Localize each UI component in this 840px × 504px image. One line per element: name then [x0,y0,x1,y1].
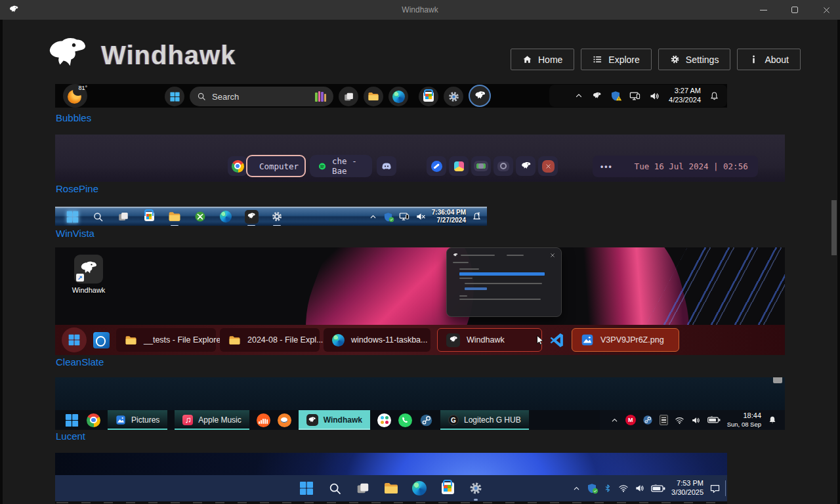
close-button[interactable] [822,5,831,14]
mod-link-winvista[interactable]: WinVista [56,228,94,239]
photos-icon [581,333,594,346]
spotify-now-playing: che - Bae [310,155,372,177]
windhawk-icon [469,85,491,107]
mod-link-cleanslate[interactable]: CleanSlate [56,356,104,368]
desktop-shortcut-windhawk: ↗ Windhawk [66,255,112,294]
window-title: Windhawk [0,5,840,14]
speaker-icon [691,415,701,425]
discord-icon [377,156,396,176]
store-icon [419,87,438,106]
maximize-button[interactable] [790,5,799,14]
desktop-wallpaper: ↗ Windhawk [55,247,785,325]
blender-icon [278,413,291,427]
tray-clock: 3:27 AM 4/23/2024 [669,87,701,105]
music-icon [182,415,193,425]
gear-icon [670,54,680,64]
color-picker-icon [449,156,469,176]
bluetooth-icon [603,484,612,493]
overflow-dots-icon: ••• [600,162,613,171]
task-view-icon [354,480,371,497]
books-icon [315,91,326,102]
speaker-icon [635,483,645,494]
chevron-up-icon [574,91,583,100]
preview-lucent[interactable]: Pictures Apple Music Windhawk GLogitech … [55,377,785,430]
task-button-pictures: Pictures [108,410,167,430]
task-button-file-explorer: __tests - File Explorer [116,328,216,352]
edge-icon [388,87,408,106]
taskbar: 7:53 PM 3/30/2025 [55,475,727,501]
speaker-mute-icon [415,211,426,222]
bell-icon [709,91,719,101]
preview-winvista[interactable]: 7:36:04 PM 7/27/2024 [55,207,487,226]
system-tray: M 18:44 Sun, 08 Sep [600,410,785,430]
chevron-up-icon [572,484,581,493]
search-placeholder: Search [212,92,239,102]
preview-bubbles[interactable]: 81° Search 3:27 AM 4/23/20 [55,84,727,108]
wifi-icon [675,415,684,425]
logitech-g-icon: G [448,415,459,425]
tray-clock: 7:53 PM 3/30/2025 [671,479,704,497]
battery-icon [651,484,665,493]
windhawk-thumbnail-window [446,247,562,317]
preview-win11[interactable]: 7:53 PM 3/30/2025 [55,453,727,504]
whatsapp-icon [398,413,412,427]
wifi-icon [618,483,629,494]
taskbar: __tests - File Explorer 2024-08 - File E… [55,325,785,355]
edge-icon [218,209,234,224]
security-shield-icon [610,91,621,101]
task-button-apple-music: Apple Music [175,410,249,430]
preview-rosepine[interactable]: Computer che - Bae ••• Tue 16 Jul 2024 |… [55,135,785,182]
weather-temp: 81° [78,85,87,91]
edge-icon [332,334,345,346]
close-icon [822,6,831,14]
minimize-button[interactable] [759,5,768,14]
start-button [298,480,315,497]
task-button-windhawk: Windhawk [437,328,542,352]
edge-icon [411,480,428,497]
tray-clock: 18:44 Sun, 08 Sep [727,411,761,429]
tray-clock: Tue 16 Jul 2024 | 02:56 [635,161,748,171]
task-button-image: V3PV9JPr6Z.png [572,328,679,352]
steam-tray-icon [642,415,653,425]
start-button [64,413,79,428]
bell-snooze-icon [472,212,482,222]
preview-cleanslate[interactable]: ↗ Windhawk [55,247,785,355]
windhawk-tray-icon [592,91,602,101]
search-box: Search [190,87,333,106]
nav-explore-button[interactable]: Explore [581,49,651,70]
windhawk-logo [41,33,93,79]
minimize-icon [760,10,767,10]
windhawk-icon [306,414,318,426]
scrollbar-thumb[interactable] [831,200,837,255]
defender-x-icon [538,156,558,176]
shortcut-arrow-icon: ↗ [76,274,84,282]
mod-link-bubbles[interactable]: Bubbles [56,112,91,123]
desktop-wallpaper [55,377,785,410]
scrollbar-track[interactable] [831,20,837,504]
epic-games-icon [660,415,668,425]
mod-link-lucent[interactable]: Lucent [56,430,85,442]
info-icon [749,54,759,64]
speaker-icon [649,91,660,102]
photos-icon [116,415,126,425]
file-explorer-icon [383,480,400,497]
mod-link-rosepine[interactable]: RosePine [56,183,98,194]
computer-button: Computer [246,155,306,177]
windhawk-icon [446,333,460,347]
security-shield-icon [587,483,597,494]
nav-about-button[interactable]: About [737,49,801,70]
settings-gear-icon [467,480,484,497]
nav-home-button[interactable]: Home [511,49,574,70]
search-icon [90,209,106,224]
system-tray: 3:27 AM 4/23/2024 [549,85,727,107]
xbox-icon [192,209,208,224]
start-button [165,87,184,106]
slack-icon [377,413,391,427]
task-button-edge: windows-11-taskba... [324,328,430,352]
main-nav: Home Explore Settings About [511,49,801,70]
cropped-content-strip [55,501,727,504]
folder-icon [125,334,137,346]
nav-settings-button[interactable]: Settings [658,49,731,70]
cast-monitor-icon [629,91,640,102]
close-icon [550,253,555,258]
